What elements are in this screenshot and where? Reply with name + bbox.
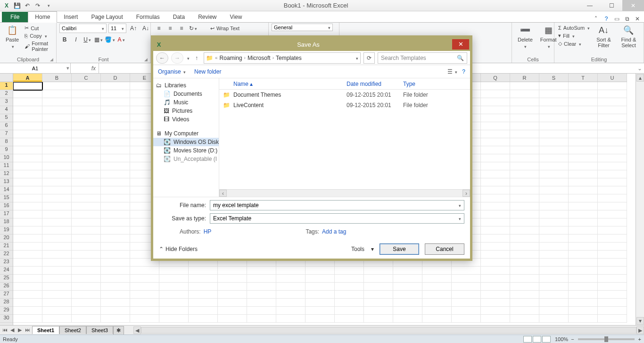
hide-folders-button[interactable]: ⌃Hide Folders — [159, 246, 198, 252]
cell[interactable] — [101, 243, 130, 251]
paste-button[interactable]: 📋 Paste — [3, 24, 22, 50]
tools-dropdown[interactable]: Tools▾ — [351, 246, 374, 252]
cell[interactable] — [539, 283, 569, 291]
cell[interactable] — [598, 90, 627, 98]
cell[interactable] — [481, 267, 510, 275]
new-sheet-icon[interactable]: ✻ — [113, 326, 124, 335]
cell[interactable] — [13, 82, 42, 90]
cell[interactable] — [422, 283, 452, 291]
list-scroll-right-icon[interactable]: › — [462, 190, 470, 197]
list-hscroll[interactable]: ‹ › — [219, 189, 470, 197]
cell[interactable] — [42, 267, 72, 275]
cell[interactable] — [539, 106, 569, 114]
cell[interactable] — [481, 275, 510, 283]
cell[interactable] — [598, 178, 627, 186]
cell[interactable] — [481, 291, 510, 299]
cell[interactable] — [42, 186, 72, 194]
cell[interactable] — [218, 315, 247, 323]
cell[interactable] — [569, 202, 598, 210]
cell[interactable] — [569, 275, 598, 283]
cell[interactable] — [305, 283, 335, 291]
cell[interactable] — [569, 162, 598, 170]
wrap-text-button[interactable]: ↩Wrap Text — [209, 24, 240, 33]
cell[interactable] — [13, 299, 42, 307]
select-all-corner[interactable] — [0, 74, 13, 82]
row-header-14[interactable]: 14 — [0, 186, 13, 194]
cell[interactable] — [539, 202, 569, 210]
cell[interactable] — [539, 234, 569, 243]
organise-button[interactable]: Organise — [158, 68, 186, 75]
cell[interactable] — [42, 299, 72, 307]
cell[interactable] — [42, 218, 72, 226]
cell[interactable] — [13, 170, 42, 178]
cell[interactable] — [305, 307, 335, 315]
cell[interactable] — [598, 291, 627, 299]
cell[interactable] — [335, 275, 364, 283]
cell[interactable] — [42, 130, 72, 138]
col-header-R[interactable]: R — [510, 74, 539, 82]
cell[interactable] — [481, 194, 510, 202]
cell[interactable] — [598, 234, 627, 243]
cell[interactable] — [189, 299, 218, 307]
cell[interactable] — [130, 307, 159, 315]
cell[interactable] — [101, 106, 130, 114]
cell[interactable] — [539, 154, 569, 162]
cell[interactable] — [481, 315, 510, 323]
cell[interactable] — [481, 307, 510, 315]
zoom-slider[interactable] — [578, 338, 635, 340]
zoom-value[interactable]: 100% — [555, 336, 568, 342]
cell[interactable] — [189, 275, 218, 283]
cell[interactable] — [101, 218, 130, 226]
cell[interactable] — [247, 283, 276, 291]
font-name-dropdown[interactable]: Calibri — [59, 24, 107, 33]
tab-page-layout[interactable]: Page Layout — [84, 12, 129, 22]
clear-button[interactable]: ◇Clear — [557, 40, 591, 47]
cell[interactable] — [598, 259, 627, 267]
cell[interactable] — [72, 251, 101, 259]
cell[interactable] — [335, 315, 364, 323]
cell[interactable] — [72, 218, 101, 226]
col-header-C[interactable]: C — [72, 74, 101, 82]
help-icon[interactable]: ? — [603, 16, 610, 22]
row-header-18[interactable]: 18 — [0, 218, 13, 226]
list-scroll-left-icon[interactable]: ‹ — [219, 190, 227, 197]
cell[interactable] — [101, 210, 130, 218]
cell[interactable] — [598, 170, 627, 178]
font-size-dropdown[interactable]: 11 — [108, 24, 126, 33]
cell[interactable] — [539, 267, 569, 275]
cell[interactable] — [598, 267, 627, 275]
cell[interactable] — [101, 315, 130, 323]
col-header-B[interactable]: B — [42, 74, 72, 82]
cell[interactable] — [510, 226, 539, 234]
cell[interactable] — [539, 82, 569, 90]
cell[interactable] — [42, 122, 72, 130]
cell[interactable] — [101, 291, 130, 299]
cell[interactable] — [130, 267, 159, 275]
cell[interactable] — [452, 315, 481, 323]
cell[interactable] — [13, 194, 42, 202]
cell[interactable] — [569, 90, 598, 98]
cell[interactable] — [101, 299, 130, 307]
cell[interactable] — [510, 210, 539, 218]
cell[interactable] — [598, 218, 627, 226]
cell[interactable] — [101, 146, 130, 154]
cell[interactable] — [218, 275, 247, 283]
cell[interactable] — [598, 202, 627, 210]
cell[interactable] — [481, 178, 510, 186]
cell[interactable] — [364, 275, 393, 283]
cell[interactable] — [393, 315, 422, 323]
cell[interactable] — [130, 291, 159, 299]
cell[interactable] — [539, 275, 569, 283]
cell[interactable] — [101, 275, 130, 283]
cell[interactable] — [101, 154, 130, 162]
cell[interactable] — [510, 299, 539, 307]
cell[interactable] — [569, 98, 598, 106]
cell[interactable] — [13, 202, 42, 210]
cell[interactable] — [598, 226, 627, 234]
cell[interactable] — [452, 291, 481, 299]
cell[interactable] — [189, 315, 218, 323]
cell[interactable] — [598, 299, 627, 307]
sheet-nav-last-icon[interactable]: ⏭ — [24, 327, 31, 333]
col-header-Q[interactable]: Q — [481, 74, 510, 82]
cell[interactable] — [247, 315, 276, 323]
